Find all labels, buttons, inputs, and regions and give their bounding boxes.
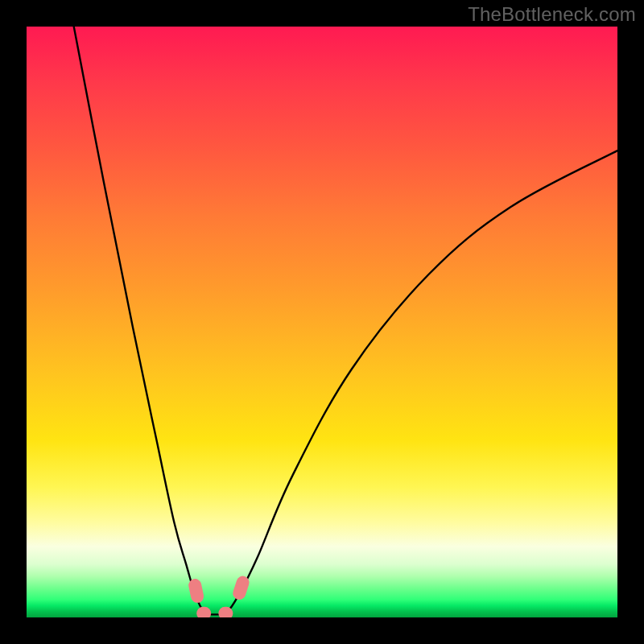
marker-left (188, 578, 205, 605)
bottleneck-curve (74, 27, 617, 614)
data-markers (188, 575, 251, 617)
chart-svg (27, 27, 617, 617)
chart-plot-area (27, 27, 617, 617)
watermark-text: TheBottleneck.com (468, 3, 636, 26)
marker-bottom-left (196, 607, 211, 617)
chart-frame: TheBottleneck.com (0, 0, 644, 644)
